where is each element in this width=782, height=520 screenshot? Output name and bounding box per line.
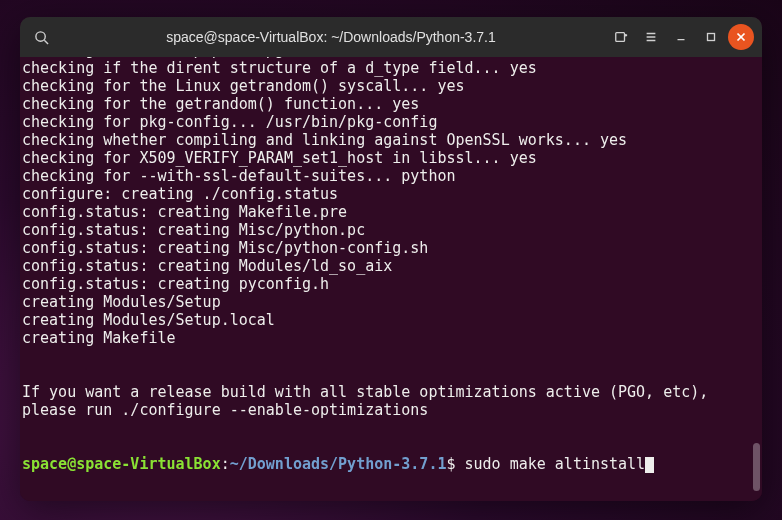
close-button[interactable]: [728, 24, 754, 50]
prompt-path: ~/Downloads/Python-3.7.1: [230, 455, 447, 473]
svg-point-0: [35, 31, 44, 40]
terminal-content: checking for ensurepip... upgrade checki…: [22, 57, 750, 491]
terminal-body[interactable]: checking for ensurepip... upgrade checki…: [20, 57, 762, 501]
prompt-colon: :: [221, 455, 230, 473]
scrollbar-thumb[interactable]: [753, 443, 760, 491]
titlebar: space@space-VirtualBox: ~/Downloads/Pyth…: [20, 17, 762, 57]
maximize-button[interactable]: [698, 24, 724, 50]
svg-line-1: [44, 40, 48, 44]
terminal-window: space@space-VirtualBox: ~/Downloads/Pyth…: [20, 17, 762, 501]
menu-icon[interactable]: [638, 24, 664, 50]
prompt-user: space@space-VirtualBox: [22, 455, 221, 473]
cursor: [645, 457, 654, 473]
prompt-dollar: $: [446, 455, 464, 473]
window-title: space@space-VirtualBox: ~/Downloads/Pyth…: [62, 29, 600, 45]
svg-rect-2: [616, 33, 625, 42]
search-icon[interactable]: [28, 24, 54, 50]
svg-rect-9: [708, 34, 715, 41]
minimize-button[interactable]: [668, 24, 694, 50]
command-input: sudo make altinstall: [465, 455, 646, 473]
new-tab-button[interactable]: [608, 24, 634, 50]
terminal-output: checking for ensurepip... upgrade checki…: [22, 57, 708, 419]
